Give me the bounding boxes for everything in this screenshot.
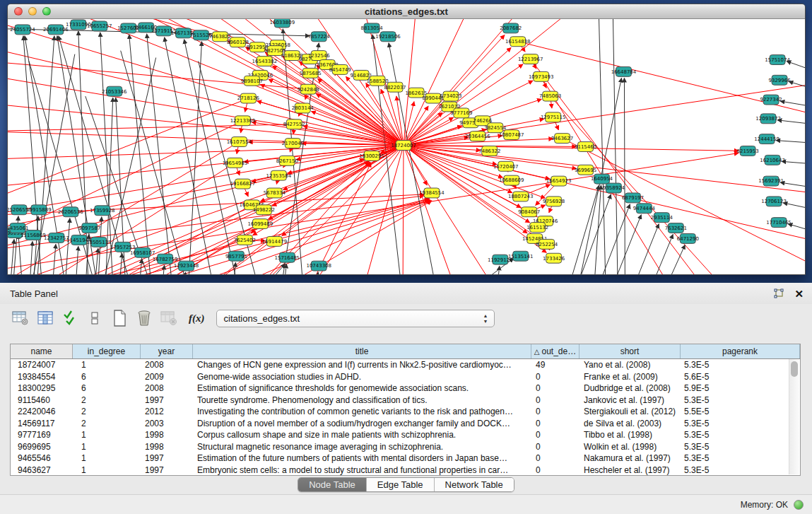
table-row[interactable]: 1938455462009Genome-wide association stu… [11,371,800,383]
graph-node[interactable]: 5875685 [300,68,322,78]
graph-node[interactable]: 19384554 [419,188,445,198]
graph-node[interactable]: 1615132 [526,223,548,233]
graph-node[interactable]: 5678334 [264,188,286,198]
graph-node[interactable]: 8822037 [384,82,406,92]
graph-node[interactable]: 3824554 [484,123,507,133]
graph-node[interactable]: 12444159 [754,134,779,144]
graph-node[interactable]: 9115460 [575,142,596,152]
graph-node[interactable]: 9358924 [603,183,625,193]
graph-node[interactable]: 16648784 [611,66,637,76]
table-row[interactable]: 1830029562008Estimation of significance … [11,382,800,395]
graph-node[interactable]: 9756928 [543,197,565,206]
graph-node[interactable]: 9857791 [225,251,247,261]
graph-node[interactable]: 2087682 [500,23,522,33]
graph-node[interactable]: 8454749 [329,64,351,74]
column-header-title[interactable]: title [193,344,531,358]
table-row[interactable]: 911546021997Tourette syndrome. Phenomeno… [11,395,800,407]
graph-node[interactable]: 16154838 [505,37,531,47]
graph-node[interactable]: 12342757 [44,233,69,243]
column-header-out_de[interactable]: △out_de… [531,344,579,358]
graph-node[interactable]: 9463627 [551,134,573,144]
graph-node[interactable]: 9242848 [298,84,319,94]
select-checks-icon[interactable] [61,310,79,327]
graph-node[interactable]: 8813054 [361,23,384,33]
graph-node[interactable]: 8427552 [283,119,305,129]
minimize-window-button[interactable] [28,7,37,16]
graph-node[interactable]: 6879197 [622,193,644,203]
graph-node[interactable]: 15692391 [758,176,784,186]
graph-node[interactable]: 16033809 [270,19,295,28]
graph-node[interactable]: 7625402 [234,235,256,245]
graph-node[interactable]: 12213369 [230,116,256,126]
graph-node[interactable]: 10688609 [499,175,524,185]
scrollbar-thumb[interactable] [791,361,798,377]
graph-node[interactable]: 20691406 [43,25,69,35]
graph-node[interactable]: 8215953 [737,146,759,156]
tab-edge-table[interactable]: Edge Table [367,478,435,491]
table-row[interactable]: 969969511998Structural magnetic resonanc… [11,441,800,453]
graph-node[interactable]: 16782759 [153,254,178,264]
network-canvas[interactable]: 2405572420691406173310901065525715276028… [8,19,805,274]
close-panel-icon[interactable]: ✕ [794,288,804,299]
graph-node[interactable]: 7486322 [478,146,500,156]
column-header-name[interactable]: name [11,344,73,358]
graph-node[interactable]: 12923448 [174,261,199,271]
table-settings-icon[interactable] [11,310,30,327]
network-view-window[interactable]: citations_edges.txt 24055724206914061733… [7,4,806,275]
float-panel-icon[interactable] [773,288,784,299]
column-header-short[interactable]: short [579,344,681,358]
zoom-window-button[interactable] [42,7,51,16]
graph-node[interactable]: 9227342 [760,95,782,105]
new-document-icon[interactable] [110,310,129,327]
tab-node-table[interactable]: Node Table [298,478,367,491]
graph-node[interactable]: 6734023 [440,91,461,101]
close-window-button[interactable] [14,7,23,16]
graph-node[interactable]: 21053346 [102,86,127,96]
graph-node[interactable]: 7485063 [539,91,561,101]
graph-node[interactable]: 1733426 [543,253,565,263]
graph-node[interactable]: 2803144 [292,103,314,113]
graph-node[interactable]: 6471290 [677,233,699,243]
network-table-select[interactable]: citations_edges.txt ▲▼ [216,310,495,327]
graph-node[interactable]: 16107554 [227,137,252,147]
graph-node[interactable]: 9329966 [769,75,791,85]
graph-node[interactable]: 9699695 [575,165,596,175]
graph-node[interactable]: 2718126 [237,93,259,103]
table-row[interactable]: 977716911998Corpus callosum shape and si… [11,429,800,441]
graph-node[interactable]: 1640954 [591,174,613,184]
graph-node[interactable]: 15751074 [765,55,790,65]
tab-network-table[interactable]: Network Table [435,478,514,491]
table-row[interactable]: 946362711997Embryonic stem cells: a mode… [11,465,800,477]
window-titlebar[interactable]: citations_edges.txt [8,4,805,19]
graph-node[interactable]: 7857224 [308,32,331,42]
graph-node[interactable]: 9777169 [450,108,472,118]
graph-node[interactable]: 12093872 [755,114,781,124]
table-row[interactable]: 946554611997Estimation of the future num… [11,452,800,465]
function-builder-icon[interactable]: f(x) [189,313,205,325]
graph-node[interactable]: 15720407 [493,161,519,171]
graph-node[interactable]: 19218506 [375,32,401,42]
rows-icon[interactable] [86,310,104,327]
graph-node[interactable]: 9097587 [78,223,100,233]
column-header-in_degree[interactable]: in_degree [73,344,141,358]
graph-node[interactable]: 9084067 [518,207,540,217]
graph-node[interactable]: 17359928 [90,206,115,216]
graph-node[interactable]: 1498222 [253,205,275,215]
graph-node[interactable]: 1232546 [308,51,330,61]
table-row[interactable]: 1456911722003Disruption of a novel membe… [11,418,800,430]
graph-node[interactable]: 2935114 [651,213,673,223]
graph-node[interactable]: 16210643 [760,155,785,165]
graph-node[interactable]: 12975115 [541,112,566,122]
column-header-pagerank[interactable]: pagerank [681,344,800,358]
graph-node[interactable]: 12213967 [518,54,543,64]
graph-node[interactable]: 8252254 [536,239,558,249]
graph-node[interactable]: 9474444 [633,204,656,214]
delete-trash-icon[interactable] [135,310,153,327]
column-header-year[interactable]: year [141,344,193,358]
table-row[interactable]: 1872400712008Changes of HCN gene express… [11,359,800,371]
table-row[interactable]: 2242004622012Investigating the contribut… [11,406,800,418]
graph-node[interactable]: 8960128 [227,37,249,47]
graph-node[interactable]: 2170046 [282,139,304,148]
table-vertical-scrollbar[interactable] [789,359,799,474]
graph-node[interactable]: 8267150 [276,156,298,165]
